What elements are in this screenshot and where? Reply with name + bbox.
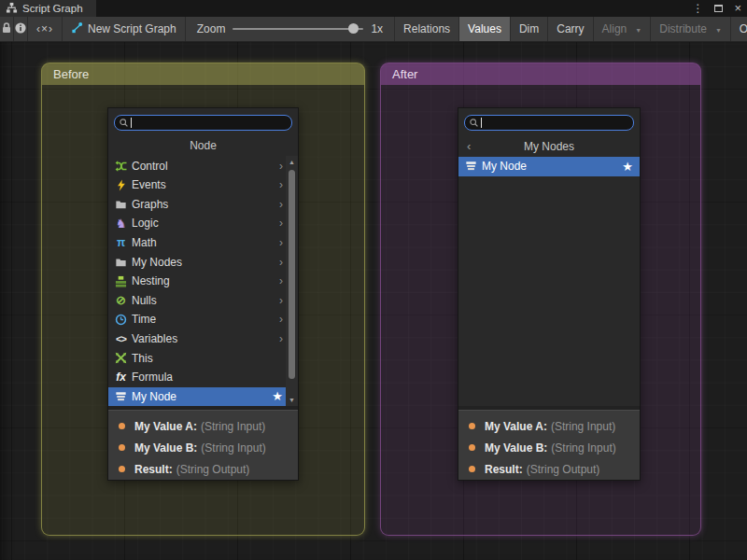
text-caret	[481, 118, 482, 128]
overview-button[interactable]: Overview	[731, 17, 747, 41]
info-button[interactable]	[14, 17, 28, 41]
port-dot-icon	[469, 466, 475, 472]
info-icon	[14, 21, 27, 37]
graph-canvas[interactable]: Before After Node	[0, 42, 747, 560]
star-icon[interactable]: ★	[272, 389, 283, 403]
port-name: Result:	[485, 463, 523, 476]
back-chevron-icon[interactable]: ‹	[467, 136, 471, 157]
variables-icon: <>	[114, 332, 128, 345]
port-name: My Value B:	[485, 441, 547, 455]
chevron-right-icon: ›	[279, 178, 283, 191]
chevron-right-icon: ›	[279, 256, 283, 269]
fuzzy-finder-after: ‹ My Nodes My Node ★ My Value A: (String…	[458, 107, 641, 481]
finder-item-label: Logic	[132, 217, 159, 230]
finder-item-nesting[interactable]: Nesting ›	[108, 272, 298, 291]
align-dropdown[interactable]: Align▼	[594, 17, 652, 41]
search-input[interactable]	[464, 115, 634, 131]
finder-list: Control › Events › Graphs › ♞ Logic ›	[108, 156, 298, 406]
group-after-header[interactable]: After	[381, 63, 700, 85]
finder-item-label: Time	[132, 313, 156, 326]
toggle-dim[interactable]: Dim	[511, 17, 548, 41]
toggle-carry[interactable]: Carry	[548, 17, 593, 41]
text-caret	[131, 118, 132, 128]
finder-item-label: Graphs	[132, 198, 168, 211]
math-icon: π	[114, 236, 128, 249]
distribute-label: Distribute	[659, 22, 707, 35]
new-graph-label: New Script Graph	[88, 22, 176, 35]
finder-item-label: My Nodes	[132, 256, 182, 269]
port-row: My Value A: (String Input)	[458, 415, 640, 437]
chevron-right-icon: ›	[279, 332, 283, 345]
scroll-up-icon[interactable]: ▲	[286, 159, 298, 165]
tab-script-graph[interactable]: Script Graph	[0, 0, 96, 17]
finder-category-title: Node	[108, 135, 298, 156]
finder-item-nulls[interactable]: ⊘ Nulls ›	[108, 291, 298, 311]
port-dot-icon	[119, 466, 125, 472]
star-icon[interactable]: ★	[622, 160, 633, 174]
distribute-dropdown[interactable]: Distribute▼	[651, 17, 731, 41]
finder-item-label: Control	[132, 160, 168, 173]
finder-item-this[interactable]: This	[108, 348, 298, 368]
finder-item-control[interactable]: Control ›	[108, 156, 298, 175]
nesting-icon	[114, 274, 128, 287]
events-icon	[114, 178, 128, 191]
script-graph-window: Script Graph ⋮ × ‹×› New Script Graph	[0, 0, 747, 560]
port-name: Result:	[134, 463, 173, 476]
port-dot-icon	[469, 423, 475, 429]
window-menu-icon[interactable]: ⋮	[692, 2, 703, 15]
zoom-slider-handle[interactable]	[348, 23, 359, 34]
port-type: (String Output)	[176, 463, 250, 476]
finder-item-time[interactable]: Time ›	[108, 310, 298, 329]
group-before-header[interactable]: Before	[42, 63, 364, 85]
graph-toolbar: ‹×› New Script Graph Zoom 1x Relations V…	[0, 17, 747, 42]
chevron-right-icon: ›	[279, 198, 283, 211]
scrollbar-vertical[interactable]: ▲ ▼	[286, 156, 298, 406]
finder-item-math[interactable]: π Math ›	[108, 233, 298, 253]
chevron-right-icon: ›	[279, 294, 283, 307]
finder-item-label: My Node	[482, 160, 527, 173]
search-icon	[119, 115, 129, 132]
window-tab-strip: Script Graph ⋮ ×	[0, 0, 747, 17]
finder-item-label: Variables	[132, 332, 177, 345]
finder-item-my-node[interactable]: My Node ★	[458, 157, 640, 176]
port-row: Result: (String Output)	[108, 458, 298, 480]
tab-title: Script Graph	[22, 3, 83, 14]
port-row: My Value A: (String Input)	[108, 415, 298, 437]
port-type: (String Input)	[201, 420, 265, 433]
finder-item-events[interactable]: Events ›	[108, 175, 298, 195]
port-type: (String Input)	[551, 420, 615, 433]
lock-button[interactable]	[0, 17, 14, 41]
close-icon[interactable]: ×	[734, 4, 741, 13]
toggle-values[interactable]: Values	[459, 17, 511, 41]
finder-item-formula[interactable]: fx Formula	[108, 368, 298, 387]
search-row	[108, 108, 298, 135]
zoom-value: 1x	[371, 22, 383, 35]
finder-item-logic[interactable]: ♞ Logic ›	[108, 214, 298, 233]
toggle-relations[interactable]: Relations	[395, 17, 459, 41]
new-script-graph-button[interactable]: New Script Graph	[63, 17, 186, 41]
group-before-title: Before	[53, 67, 89, 81]
finder-item-variables[interactable]: <> Variables ›	[108, 329, 298, 349]
lock-icon	[0, 21, 13, 37]
chevron-right-icon: ›	[279, 313, 283, 326]
finder-item-graphs[interactable]: Graphs ›	[108, 195, 298, 215]
graph-icon	[6, 2, 18, 16]
node-preview-ports: My Value A: (String Input) My Value B: (…	[458, 410, 640, 480]
scroll-down-icon[interactable]: ▼	[286, 397, 298, 403]
finder-item-label: Nulls	[132, 294, 157, 307]
search-input[interactable]	[114, 115, 292, 131]
chevron-down-icon: ▼	[715, 27, 722, 34]
zoom-slider[interactable]	[233, 28, 363, 30]
code-view-button[interactable]: ‹×›	[28, 17, 63, 41]
finder-item-my-nodes[interactable]: My Nodes ›	[108, 252, 298, 272]
port-name: My Value B:	[134, 441, 197, 455]
port-dot-icon	[119, 423, 125, 429]
finder-category-label: My Nodes	[524, 140, 574, 153]
maximize-icon[interactable]	[714, 5, 723, 12]
finder-category-title: ‹ My Nodes	[458, 136, 640, 157]
port-type: (String Input)	[551, 441, 615, 455]
scrollbar-thumb[interactable]	[289, 170, 295, 379]
finder-item-my-node[interactable]: My Node ★	[108, 387, 298, 407]
node-preview-ports: My Value A: (String Input) My Value B: (…	[108, 410, 298, 480]
new-graph-icon	[71, 21, 83, 36]
